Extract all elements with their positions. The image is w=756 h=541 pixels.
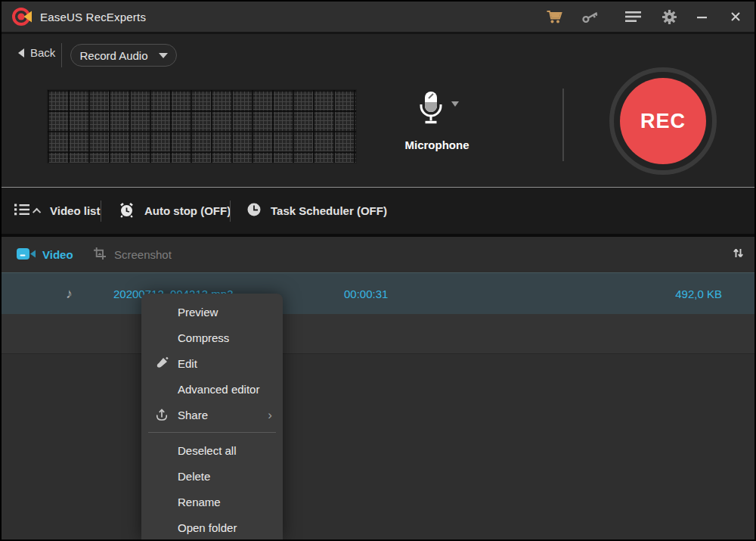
record-mode-selector[interactable]: Record Audio xyxy=(70,44,177,67)
file-size: 492,0 KB xyxy=(675,288,722,300)
cart-icon[interactable] xyxy=(544,7,564,26)
menu-item-edit[interactable]: Edit xyxy=(141,350,283,376)
audio-source-selector[interactable]: Microphone xyxy=(376,89,497,151)
context-menu: Preview Compress Edit Advanced editor xyxy=(141,294,283,539)
clock-icon xyxy=(246,202,262,219)
recordings-list: Video Screenshot xyxy=(2,237,754,539)
section-divider xyxy=(562,89,564,161)
menu-item-label: Deselect all xyxy=(178,444,237,457)
menu-item-advanced-editor[interactable]: Advanced editor xyxy=(141,376,283,402)
video-camera-icon xyxy=(17,247,36,263)
file-row[interactable]: ♪ 20200712_094213.mp3 00:00:31 492,0 KB xyxy=(2,272,754,314)
share-icon xyxy=(153,408,171,422)
sort-icon xyxy=(732,247,745,263)
audio-source-label: Microphone xyxy=(376,138,497,151)
menu-item-label: Compress xyxy=(178,331,229,344)
tab-screenshot[interactable]: Screenshot xyxy=(93,237,172,272)
bottom-toolbar: Video list Auto stop (OFF) T xyxy=(2,187,754,234)
list-icon xyxy=(14,204,29,218)
menu-item-open-folder[interactable]: Open folder xyxy=(141,515,283,540)
menu-item-deselect-all[interactable]: Deselect all xyxy=(141,437,283,463)
gear-icon[interactable] xyxy=(659,7,679,26)
menu-item-label: Open folder xyxy=(178,521,237,534)
task-scheduler-label: Task Scheduler (OFF) xyxy=(271,204,387,217)
hamburger-menu-icon[interactable] xyxy=(623,7,643,26)
key-icon[interactable] xyxy=(581,7,600,26)
back-button[interactable]: Back xyxy=(18,46,55,59)
empty-row xyxy=(2,314,754,354)
toolbar-divider xyxy=(230,201,231,222)
rec-button-ring: REC xyxy=(609,67,717,175)
menu-item-delete[interactable]: Delete xyxy=(141,463,283,489)
menu-item-label: Preview xyxy=(178,306,218,319)
tabs-row: Video Screenshot xyxy=(2,237,754,272)
video-list-label: Video list xyxy=(50,204,100,217)
record-mode-label: Record Audio xyxy=(79,49,147,62)
crop-screenshot-icon xyxy=(93,247,107,263)
brush-icon xyxy=(153,356,171,370)
app-title: EaseUS RecExperts xyxy=(40,11,146,23)
menu-item-share[interactable]: Share › xyxy=(141,402,283,428)
back-arrow-icon xyxy=(18,48,24,58)
task-scheduler-button[interactable]: Task Scheduler (OFF) xyxy=(246,188,387,234)
tab-video[interactable]: Video xyxy=(17,237,73,272)
menu-item-compress[interactable]: Compress xyxy=(141,325,283,350)
app-window: EaseUS RecExperts xyxy=(0,0,756,541)
recorder-panel: Back Record Audio xyxy=(2,34,754,187)
rec-button[interactable]: REC xyxy=(620,78,706,164)
menu-item-label: Share xyxy=(178,409,208,421)
nav-divider xyxy=(61,43,62,67)
file-duration: 00:00:31 xyxy=(344,288,388,300)
app-logo-icon xyxy=(11,5,33,28)
video-list-button[interactable]: Video list xyxy=(14,188,100,234)
menu-item-label: Delete xyxy=(178,470,210,483)
audio-level-grid xyxy=(47,89,357,163)
menu-item-label: Advanced editor xyxy=(178,383,259,396)
menu-item-label: Rename xyxy=(178,496,221,508)
tab-video-label: Video xyxy=(42,248,73,261)
chevron-down-icon xyxy=(451,101,459,107)
music-note-icon: ♪ xyxy=(66,286,73,302)
auto-stop-label: Auto stop (OFF) xyxy=(144,204,231,217)
close-icon[interactable] xyxy=(726,7,745,26)
toolbar-divider xyxy=(101,201,101,222)
sort-button[interactable] xyxy=(732,237,745,272)
minimize-icon[interactable] xyxy=(692,7,712,26)
chevron-up-icon xyxy=(33,207,41,216)
microphone-icon xyxy=(416,89,446,129)
menu-item-label: Edit xyxy=(178,357,197,370)
menu-divider xyxy=(148,432,276,433)
titlebar: EaseUS RecExperts xyxy=(2,2,754,34)
menu-item-preview[interactable]: Preview xyxy=(141,299,283,325)
chevron-down-icon xyxy=(159,53,168,58)
submenu-chevron-icon: › xyxy=(268,409,272,421)
tab-screenshot-label: Screenshot xyxy=(114,248,172,261)
back-label: Back xyxy=(30,46,55,59)
alarm-clock-icon xyxy=(118,201,135,221)
menu-item-rename[interactable]: Rename xyxy=(141,489,283,515)
auto-stop-button[interactable]: Auto stop (OFF) xyxy=(118,188,231,234)
